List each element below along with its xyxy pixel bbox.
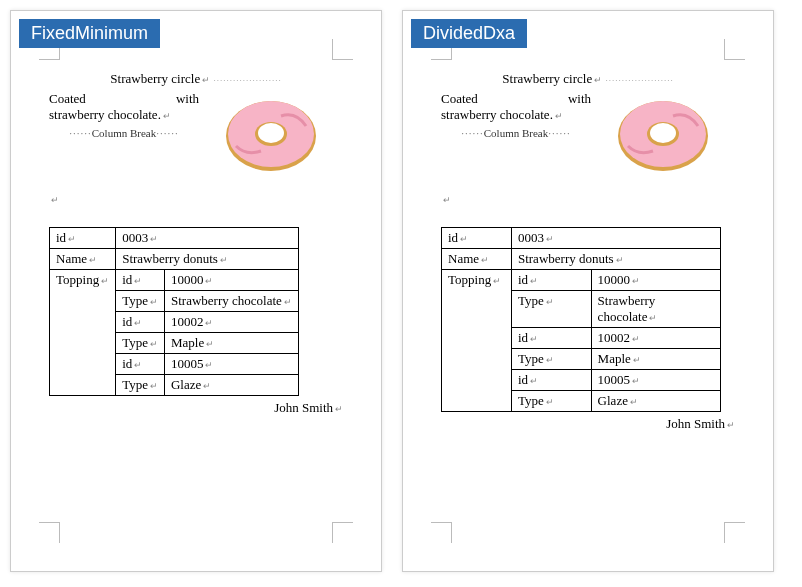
data-table: id 0003 Name Strawberry donuts Topping i… — [49, 227, 299, 396]
body-line: strawberry chocolate. — [441, 107, 591, 123]
donut-image — [199, 91, 343, 181]
page-container: FixedMinimum Strawberry circle ·········… — [10, 10, 792, 572]
empty-para — [49, 191, 343, 207]
crop-mark — [724, 522, 745, 543]
crop-mark — [431, 522, 452, 543]
body-word: with — [176, 91, 199, 107]
donut-image — [591, 91, 735, 181]
cell: 10000 — [164, 270, 298, 291]
crop-mark — [724, 39, 745, 60]
page-fixedminimum: FixedMinimum Strawberry circle ·········… — [10, 10, 382, 572]
page-tag: DividedDxa — [411, 19, 527, 48]
doc-title: Strawberry circle ····················· — [441, 71, 735, 87]
column-break-marker: Column Break — [49, 127, 199, 139]
table-row: id 0003 — [50, 228, 299, 249]
svg-point-7 — [650, 123, 676, 143]
cell: Name — [50, 249, 116, 270]
body-line: strawberry chocolate. — [49, 107, 199, 123]
table-row: id 0003 — [442, 228, 721, 249]
cell: id — [442, 228, 512, 249]
crop-mark — [332, 39, 353, 60]
page-divideddxa: DividedDxa Strawberry circle ···········… — [402, 10, 774, 572]
crop-mark — [332, 522, 353, 543]
cell: id — [116, 270, 165, 291]
cell: Strawberry donuts — [116, 249, 299, 270]
crop-mark — [39, 522, 60, 543]
svg-point-3 — [258, 123, 284, 143]
page-content: Strawberry circle ····················· … — [49, 71, 343, 416]
cell: 0003 — [511, 228, 720, 249]
empty-para — [441, 191, 735, 207]
page-content: Strawberry circle ····················· … — [441, 71, 735, 432]
body-word: Coated — [441, 91, 478, 107]
author-name: John Smith — [441, 416, 735, 432]
body-text: Coated with strawberry chocolate. Column… — [49, 91, 199, 139]
body-word: with — [568, 91, 591, 107]
body-text: Coated with strawberry chocolate. Column… — [441, 91, 591, 139]
cell: 0003 — [116, 228, 299, 249]
table-row: Name Strawberry donuts — [50, 249, 299, 270]
cell: Topping — [50, 270, 116, 396]
cell: id — [50, 228, 116, 249]
column-break-marker: Column Break — [441, 127, 591, 139]
table-row: Name Strawberry donuts — [442, 249, 721, 270]
data-table: id 0003 Name Strawberry donuts Topping i… — [441, 227, 721, 412]
doc-title: Strawberry circle ····················· — [49, 71, 343, 87]
table-row: Topping id 10000 — [50, 270, 299, 291]
body-word: Coated — [49, 91, 86, 107]
table-row: Topping id 10000 — [442, 270, 721, 291]
page-tag: FixedMinimum — [19, 19, 160, 48]
author-name: John Smith — [49, 400, 343, 416]
